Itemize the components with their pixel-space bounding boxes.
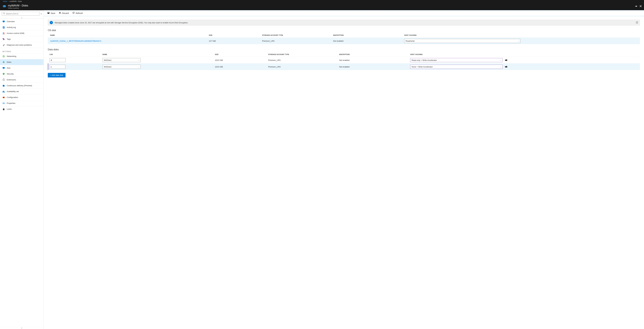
- nav-item-availability-set[interactable]: Availability set: [0, 89, 44, 94]
- data-disks-table: LUN NAME SIZE STORAGE ACCOUNT TYPE ENCRY…: [48, 52, 640, 70]
- scroll-down-arrow[interactable]: ▼: [0, 327, 44, 329]
- data-disks-heading: Data disks: [48, 48, 640, 51]
- nav-label: Activity log: [7, 26, 16, 29]
- svg-rect-21: [3, 79, 4, 81]
- chevron-down-icon: ⌵: [138, 59, 139, 61]
- os-disk-size: 127 GiB: [208, 38, 261, 44]
- svg-point-23: [3, 86, 4, 87]
- nav-label: Continuous delivery (Preview): [7, 85, 32, 87]
- nav-label: Properties: [7, 102, 16, 104]
- nav-item-diagnose[interactable]: Diagnose and solve problems: [0, 42, 44, 48]
- nav-item-networking[interactable]: Networking: [0, 53, 44, 59]
- nav-label: Disks: [7, 61, 12, 63]
- main-content: Save Discard Refresh i Managed disks cre…: [44, 10, 644, 329]
- os-disk-name-link[interactable]: myWAVM_OsDisk_1_f8678795084e451c8bfdb837…: [50, 40, 102, 42]
- nav-item-tags[interactable]: Tags: [0, 36, 44, 42]
- collapse-sidebar-button[interactable]: «: [40, 13, 42, 15]
- os-disk-storage: Premium_LRS: [261, 38, 332, 44]
- disk-name-select-0[interactable]: WADisk1 ⌵: [102, 58, 140, 62]
- breadcrumb-home[interactable]: Home: [3, 1, 7, 2]
- select-value: Read/write: [406, 40, 414, 42]
- scroll-up-arrow[interactable]: ▲: [0, 17, 44, 19]
- svg-rect-11: [3, 27, 4, 28]
- nav-item-activity-log[interactable]: Activity log: [0, 24, 44, 30]
- os-disk-caching-select[interactable]: Read/write ⌵: [404, 39, 520, 43]
- search-input[interactable]: Search (Ctrl+/): [2, 12, 40, 16]
- select-value: WADisk2: [104, 66, 112, 68]
- disk-caching-select-1[interactable]: None + Write Accelerator ⌵: [410, 65, 502, 69]
- select-value: Read-only + Write Accelerator: [412, 59, 437, 61]
- nav-item-size[interactable]: Size: [0, 65, 44, 71]
- nav-label: Size: [7, 67, 10, 69]
- nav-item-locks[interactable]: Locks: [0, 106, 44, 112]
- chevron-down-icon: ⌵: [518, 40, 519, 42]
- lun-input-1[interactable]: [49, 65, 66, 69]
- disk-size-1: 1023 GiB: [214, 64, 267, 70]
- shield-icon: [2, 73, 5, 75]
- nav-list[interactable]: Overview Activity log Access control (IA…: [0, 19, 44, 327]
- banner-text: Managed disks created since June 10, 201…: [55, 22, 188, 24]
- disk-size-0: 1023 GiB: [214, 57, 267, 64]
- configuration-icon: [2, 96, 5, 99]
- chevron-down-icon: ⌵: [500, 66, 501, 68]
- col-name: NAME: [48, 33, 208, 38]
- disk-caching-select-0[interactable]: Read-only + Write Accelerator ⌵: [410, 58, 502, 62]
- nav-item-security[interactable]: Security: [0, 71, 44, 77]
- col-storage: STORAGE ACCOUNT TYPE: [267, 52, 338, 57]
- svg-point-18: [3, 62, 4, 63]
- page-header: myWAVM - Disks Virtual machine: [0, 3, 644, 10]
- external-link-icon[interactable]: [636, 22, 638, 24]
- nav-label: Diagnose and solve problems: [7, 44, 32, 46]
- disk-storage-1: Premium_LRS: [267, 64, 338, 70]
- lun-input-0[interactable]: [50, 58, 66, 62]
- toolbar: Save Discard Refresh: [44, 10, 644, 16]
- col-caching: HOST CACHING: [403, 33, 522, 38]
- pin-button[interactable]: [635, 5, 637, 8]
- nav-item-continuous-delivery[interactable]: Continuous delivery (Preview): [0, 83, 44, 89]
- write-accelerator-toggle-1[interactable]: [505, 66, 508, 68]
- save-label: Save: [50, 12, 55, 14]
- svg-rect-25: [3, 91, 3, 92]
- disk-storage-0: Premium_LRS: [267, 57, 338, 64]
- svg-point-17: [3, 61, 4, 62]
- col-lun: LUN: [48, 52, 101, 57]
- nav-item-extensions[interactable]: Extensions: [0, 77, 44, 83]
- col-size: SIZE: [214, 52, 267, 57]
- search-icon: [3, 13, 5, 15]
- chevron-down-icon: ⌵: [138, 66, 139, 68]
- size-icon: [2, 67, 5, 69]
- svg-rect-6: [3, 21, 5, 22]
- nav-item-access-control[interactable]: Access control (IAM): [0, 30, 44, 36]
- os-disk-table: NAME SIZE STORAGE ACCOUNT TYPE ENCRYPTIO…: [48, 33, 640, 44]
- col-encryption: ENCRYPTION: [338, 52, 409, 57]
- data-disk-row-0: WADisk1 ⌵ 1023 GiB Premium_LRS Not enabl…: [48, 57, 640, 64]
- add-data-disk-button[interactable]: + Add data disk: [48, 73, 66, 78]
- col-storage: STORAGE ACCOUNT TYPE: [261, 33, 332, 38]
- col-name: NAME: [101, 52, 214, 57]
- select-value: None + Write Accelerator: [412, 66, 433, 68]
- os-disk-encryption: Not enabled: [332, 38, 403, 44]
- info-banner: i Managed disks created since June 10, 2…: [48, 20, 640, 26]
- os-disk-heading: OS disk: [48, 29, 640, 32]
- svg-rect-29: [3, 97, 4, 97]
- breadcrumb-separator: ›: [8, 1, 9, 2]
- svg-point-1: [3, 6, 6, 7]
- refresh-button[interactable]: Refresh: [72, 12, 83, 15]
- close-button[interactable]: [640, 5, 642, 8]
- nav-item-disks[interactable]: Disks: [0, 59, 44, 65]
- svg-rect-12: [3, 28, 4, 28]
- nav-item-overview[interactable]: Overview: [0, 19, 44, 24]
- breadcrumb-current: myWAVM - Disks: [10, 1, 22, 2]
- write-accelerator-toggle-0[interactable]: [505, 59, 508, 61]
- save-button[interactable]: Save: [47, 12, 55, 15]
- breadcrumb: Home › myWAVM - Disks: [0, 0, 644, 3]
- col-size: SIZE: [208, 33, 261, 38]
- tools-icon: [2, 44, 5, 46]
- nav-item-configuration[interactable]: Configuration: [0, 94, 44, 100]
- svg-point-15: [3, 38, 3, 39]
- disk-name-select-1[interactable]: WADisk2 ⌵: [102, 65, 140, 69]
- nav-item-properties[interactable]: Properties: [0, 100, 44, 106]
- svg-point-4: [3, 13, 4, 14]
- discard-button[interactable]: Discard: [59, 12, 69, 15]
- disks-icon: [2, 61, 5, 64]
